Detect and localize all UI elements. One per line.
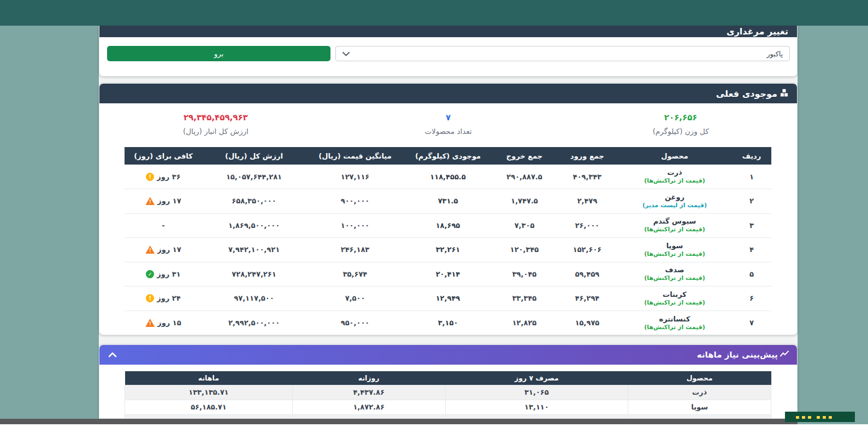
main-content-column: تغییر مرغداری پاکبور برو موجودی فعلی ۲۰۶… (99, 26, 798, 419)
forecast-body: محصول مصرف ۷ روز روزانه ماهانه ذرت ۳۱,۰۶… (99, 365, 797, 419)
stat-product-count-value: ۷ (332, 113, 565, 122)
page: { "colors": { "page_background": "#7ea7a… (0, 0, 868, 439)
inventory-table: ردیف محصول جمع ورود جمع خروج موجودی (کیل… (125, 147, 771, 335)
cell-daily: ۱,۸۷۲.۸۶ (292, 400, 445, 414)
cell-total-value: ۱۵,۰۵۷,۶۴۴,۲۸۱ (202, 165, 306, 189)
product-name: سبوس گندم (619, 217, 730, 226)
cell-total-out: ۱,۷۴۷.۵ (492, 189, 557, 214)
table-row: سویا ۱۳,۱۱۰ ۱,۸۷۲.۸۶ ۵۶,۱۸۵.۷۱ (125, 400, 771, 414)
cell-product: کربنات (قیمت از تراکنش‌ها) (617, 286, 732, 311)
cell-stock: ۱۲,۹۴۹ (404, 286, 492, 311)
cell-avg-price: ۷,۵۰۰ (306, 286, 404, 311)
cell-total-in: ۱۵۲,۶۰۶ (557, 238, 617, 262)
cell-daily: ۴,۴۳۷.۸۶ (292, 385, 445, 400)
farm-switcher-title: تغییر مرغداری (727, 26, 788, 37)
desktop-strip (0, 424, 868, 439)
cell-index: ۷ (732, 311, 771, 335)
farm-select[interactable]: پاکبور (335, 46, 790, 61)
cell-index: ۶ (732, 286, 771, 311)
cutoff-corner-widget (785, 412, 855, 422)
forecast-title: پیش‌بینی نیاز ماهانه (697, 350, 778, 360)
stat-total-weight-value: ۲۰۶,۶۵۶ (564, 113, 797, 122)
cell-sufficient: ۱۵ روز (125, 311, 202, 335)
cell-avg-price: ۱۰۰,۰۰۰ (306, 213, 404, 238)
price-source: (قیمت از تراکنش‌ها) (619, 226, 730, 233)
cell-sufficient: ۱۷ روز (125, 189, 202, 214)
forecast-table: محصول مصرف ۷ روز روزانه ماهانه ذرت ۳۱,۰۶… (125, 371, 771, 419)
top-teal-bar (0, 0, 868, 26)
stat-total-weight-label: کل وزن (کیلوگرم) (564, 127, 797, 136)
table-row: ۶ کربنات (قیمت از تراکنش‌ها) ۴۶,۲۹۴ ۳۳,۳… (125, 286, 771, 311)
inventory-stats: ۲۰۶,۶۵۶ کل وزن (کیلوگرم) ۷ تعداد محصولات… (99, 103, 797, 147)
farm-select-value: پاکبور (766, 50, 783, 58)
stat-total-weight: ۲۰۶,۶۵۶ کل وزن (کیلوگرم) (564, 113, 797, 136)
collapse-button[interactable] (107, 350, 118, 360)
cell-avg-price: ۲۴۶,۱۸۳ (306, 238, 404, 262)
forecast-header: پیش‌بینی نیاز ماهانه (99, 345, 797, 365)
farm-switcher-body: پاکبور برو (99, 37, 797, 76)
cell-total-out: ۱۲۰,۳۴۵ (492, 238, 557, 262)
boxes-icon (780, 89, 788, 99)
table-row: ۱ ذرت (قیمت از تراکنش‌ها) ۴۰۹,۳۴۳ ۲۹۰,۸۸… (125, 165, 771, 189)
stat-total-value: ۲۹,۳۴۵,۴۵۹,۹۶۳ ارزش کل انبار (ریال) (99, 113, 332, 136)
cell-total-value: ۷۲۸,۲۴۷,۲۶۱ (202, 262, 306, 286)
col-avg-price: میانگین قیمت (ریال) (306, 147, 404, 165)
cell-total-in: ۲۶,۰۰۰ (557, 213, 617, 238)
cell-consumption-7d: ۱۳,۱۱۰ (445, 400, 628, 414)
cell-total-out: ۷,۳۰۵ (492, 213, 557, 238)
stat-total-value-value: ۲۹,۳۴۵,۴۵۹,۹۶۳ (99, 113, 332, 122)
chevron-down-icon (343, 50, 350, 58)
cell-sufficient: ۱۷ روز (125, 238, 202, 262)
go-button[interactable]: برو (107, 46, 330, 61)
check-circle-icon (146, 270, 154, 278)
chart-line-icon (780, 350, 789, 360)
cell-sufficient: ۳۱ روز (125, 262, 202, 286)
warning-circle-icon (146, 173, 154, 181)
product-name: کنسانتره (619, 315, 730, 324)
cell-avg-price: ۹۰۰,۰۰۰ (306, 189, 404, 214)
cell-total-out: ۳۹,۰۴۵ (492, 262, 557, 286)
col-total-in: جمع ورود (557, 147, 617, 165)
cell-monthly: ۵۶,۱۸۵.۷۱ (125, 400, 293, 414)
cell-index: ۱ (732, 165, 771, 189)
cell-stock: ۱۸,۶۹۵ (404, 213, 492, 238)
price-source: (قیمت از تراکنش‌ها) (619, 274, 730, 282)
cell-sufficient: ۳۶ روز (125, 165, 202, 189)
col-sufficient: کافی برای (روز) (125, 147, 202, 165)
farm-switcher-header: تغییر مرغداری (99, 26, 797, 37)
days-text: ۱۷ روز (157, 197, 181, 205)
cell-total-value: ۲,۹۹۲,۵۰۰,۰۰۰ (202, 311, 306, 335)
cell-total-value: ۶۵۸,۳۵۰,۰۰۰ (202, 189, 306, 214)
farm-switcher-card: تغییر مرغداری پاکبور برو (99, 26, 798, 77)
col-daily: روزانه (292, 371, 445, 385)
table-row: ۷ کنسانتره (قیمت از تراکنش‌ها) ۱۵,۹۷۵ ۱۲… (125, 311, 771, 335)
cell-index: ۲ (732, 189, 771, 214)
warning-circle-icon (146, 294, 154, 302)
cell-product: سویا (قیمت از تراکنش‌ها) (617, 238, 732, 262)
product-name: صدف (619, 266, 730, 274)
cell-product: کنسانتره (قیمت از تراکنش‌ها) (617, 311, 732, 335)
col-index: ردیف (732, 147, 771, 165)
cell-product: صدف (قیمت از تراکنش‌ها) (617, 262, 732, 286)
forecast-card: پیش‌بینی نیاز ماهانه محصول مصرف ۷ روز رو… (99, 344, 798, 419)
cell-sufficient: ۲۴ روز (125, 286, 202, 311)
cell-stock: ۱۱۸,۴۵۵.۵ (404, 165, 492, 189)
col-product: محصول (617, 147, 732, 165)
cell-total-out: ۲۹۰,۸۸۷.۵ (492, 165, 557, 189)
product-name: ذرت (619, 168, 730, 177)
stat-product-count-label: تعداد محصولات (332, 127, 565, 136)
price-source: (قیمت از تراکنش‌ها) (619, 250, 730, 258)
table-row: ۵ صدف (قیمت از تراکنش‌ها) ۵۹,۴۵۹ ۳۹,۰۴۵ … (125, 262, 771, 286)
cell-index: ۳ (732, 213, 771, 238)
cell-total-out: ۳۳,۳۴۵ (492, 286, 557, 311)
cell-consumption-7d: ۳۱,۰۶۵ (445, 385, 628, 400)
col-product: محصول (628, 371, 771, 385)
cell-avg-price: ۹۵۰,۰۰۰ (306, 311, 404, 335)
cell-product: ذرت (قیمت از تراکنش‌ها) (617, 165, 732, 189)
cell-avg-price: ۱۲۷,۱۱۶ (306, 165, 404, 189)
cell-stock: ۳,۱۵۰ (404, 311, 492, 335)
price-source: (قیمت از تراکنش‌ها) (619, 177, 730, 185)
cell-stock: ۷۳۱.۵ (404, 189, 492, 214)
days-text: ۳۶ روز (157, 173, 180, 181)
product-name: کربنات (619, 290, 730, 299)
